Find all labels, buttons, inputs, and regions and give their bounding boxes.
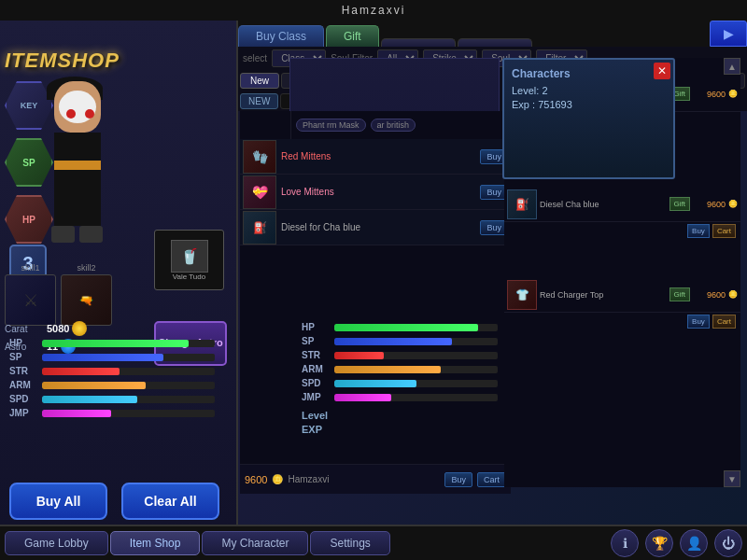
level-label-row: Level xyxy=(302,410,498,421)
skill2-label: skill2 xyxy=(77,263,95,273)
vale-tudo-item: 🥤 Vale Tudo xyxy=(154,230,224,290)
itemshop-logo: ITEMSHOP xyxy=(5,47,145,75)
right-arm-label: ARM xyxy=(302,364,334,374)
nav-person-button[interactable]: 👤 xyxy=(680,529,708,557)
skill-slots: skill1 ⚔ skill2 🔫 xyxy=(5,263,112,326)
cat-tab-new[interactable]: New xyxy=(240,73,279,89)
item-name-red-mittens: Red Mittens xyxy=(281,151,475,161)
nav-trophy-button[interactable]: 🏆 xyxy=(645,529,673,557)
char-shoes xyxy=(51,226,103,243)
bottom-cart-button[interactable]: Cart xyxy=(477,472,506,487)
arm-bar xyxy=(42,382,146,389)
scroll-down-button[interactable]: ▼ xyxy=(724,470,740,487)
character-avatar xyxy=(51,81,103,243)
filter-select-label: select xyxy=(243,53,267,63)
nav-power-button[interactable]: ⏻ xyxy=(714,529,742,557)
red-charger-price: 9600 xyxy=(693,290,726,300)
right-spd-row: SPD xyxy=(302,378,498,388)
char-eye-right xyxy=(85,109,94,119)
window-title: Hamzaxvi xyxy=(342,4,406,17)
hp-label: HP xyxy=(9,338,42,348)
hp-stat-row: HP xyxy=(9,338,215,348)
skill1-icon: ⚔ xyxy=(23,290,38,311)
spd-bar xyxy=(42,396,137,403)
str-label: STR xyxy=(9,366,42,376)
exp-label-row: EXP xyxy=(302,424,498,435)
buy-red-charger-button[interactable]: Buy xyxy=(687,315,710,329)
clear-all-button[interactable]: Clear All xyxy=(121,483,219,520)
char-head xyxy=(54,81,101,133)
skill2-slot[interactable]: 🔫 xyxy=(61,274,112,326)
carat-value: 5080 xyxy=(47,323,69,334)
tab-bar: Buy Class Gift ▶ xyxy=(238,21,747,47)
right-str-label: STR xyxy=(302,350,334,360)
red-charger-name: Red Charger Top xyxy=(540,290,667,300)
carat-label: Carat xyxy=(5,324,47,334)
bottom-price-label: Hamzaxvi xyxy=(288,474,329,484)
right-hp-bar-bg xyxy=(334,324,498,331)
right-item-red-charger: 👕 Red Charger Top Gift 9600 🪙 xyxy=(504,277,740,313)
str-stat-row: STR xyxy=(9,366,215,376)
bottom-price-icon: 🪙 xyxy=(272,474,283,484)
nav-info-button[interactable]: ℹ xyxy=(611,529,639,557)
right-hp-bar xyxy=(334,324,478,331)
bottom-buy-button[interactable]: Buy xyxy=(444,472,472,487)
trophy-icon: 🏆 xyxy=(652,536,668,551)
right-item-diesel: ⛽ Diesel Cha blue Gift 9600 🪙 xyxy=(504,187,740,222)
char-info-exp: Exp : 751693 xyxy=(512,99,666,110)
subcat-tab-new[interactable]: NEW xyxy=(240,93,278,109)
gift-diesel-button[interactable]: Gift xyxy=(669,197,690,211)
list-item-red-mittens: 🧤 Red Mittens Buy xyxy=(240,139,511,175)
scroll-up-button[interactable]: ▲ xyxy=(724,58,740,75)
spd-bar-bg xyxy=(42,396,215,403)
skill1-slot[interactable]: ⚔ xyxy=(5,274,56,326)
sp-icon: SP xyxy=(5,138,53,187)
stats-section: HP SP STR ARM SPD xyxy=(9,338,215,422)
red-charger-thumb: 👕 xyxy=(507,280,537,310)
nav-my-character-button[interactable]: My Character xyxy=(202,531,308,555)
tab-arrow[interactable]: ▶ xyxy=(710,21,747,47)
red-charger-icon: 👕 xyxy=(508,281,536,309)
right-sp-bar-bg xyxy=(334,338,498,345)
right-jmp-row: JMP xyxy=(302,392,498,402)
tab-empty1[interactable] xyxy=(381,38,456,47)
nav-game-lobby-button[interactable]: Game Lobby xyxy=(5,531,108,555)
tab-gift[interactable]: Gift xyxy=(326,25,379,47)
red-charger-price-icon: 🪙 xyxy=(728,290,738,299)
arm-bar-bg xyxy=(42,382,215,389)
char-eyes xyxy=(66,109,94,119)
str-bar xyxy=(42,368,120,375)
tab-empty2[interactable] xyxy=(458,38,532,47)
red-charger-action-row: Buy Cart xyxy=(504,313,740,330)
cart-diesel-button[interactable]: Cart xyxy=(712,224,736,238)
cart-red-charger-button[interactable]: Cart xyxy=(712,315,736,329)
spd-label: SPD xyxy=(9,394,42,404)
item-thumb-diesel: ⛽ xyxy=(243,211,276,245)
hp-bar-bg xyxy=(42,340,215,347)
right-spd-label: SPD xyxy=(302,378,334,388)
vale-tudo-label: Vale Tudo xyxy=(173,273,205,281)
nav-item-shop-button[interactable]: Item Shop xyxy=(110,531,201,555)
tab-buy-class[interactable]: Buy Class xyxy=(238,25,324,47)
char-mask xyxy=(59,91,96,123)
str-bar-bg xyxy=(42,368,215,375)
itemshop-logo-text: ITEMSHOP xyxy=(5,49,120,73)
right-hp-label: HP xyxy=(302,322,334,332)
filter-pill-british[interactable]: ar british xyxy=(371,119,416,132)
filter-pill-phantom[interactable]: Phant rm Mask xyxy=(296,119,366,132)
diesel-action-row: Buy Cart xyxy=(504,222,740,240)
character-info-panel: ✕ Characters Level: 2 Exp : 751693 xyxy=(502,58,675,179)
gift-red-charger-button[interactable]: Gift xyxy=(669,287,690,301)
nav-settings-button[interactable]: Settings xyxy=(310,531,389,555)
char-body xyxy=(54,133,101,189)
title-bar: Hamzaxvi xyxy=(0,0,747,21)
right-hp-row: HP xyxy=(302,322,498,332)
spd-stat-row: SPD xyxy=(9,394,215,404)
diesel-right-name: Diesel Cha blue xyxy=(540,200,667,209)
buy-diesel-right-button[interactable]: Buy xyxy=(687,224,710,238)
right-items-spacer2 xyxy=(504,240,740,277)
close-char-info-button[interactable]: ✕ xyxy=(654,63,670,79)
buy-all-button[interactable]: Buy All xyxy=(9,483,107,520)
char-shoe-left xyxy=(51,226,75,243)
person-icon: 👤 xyxy=(686,536,702,551)
